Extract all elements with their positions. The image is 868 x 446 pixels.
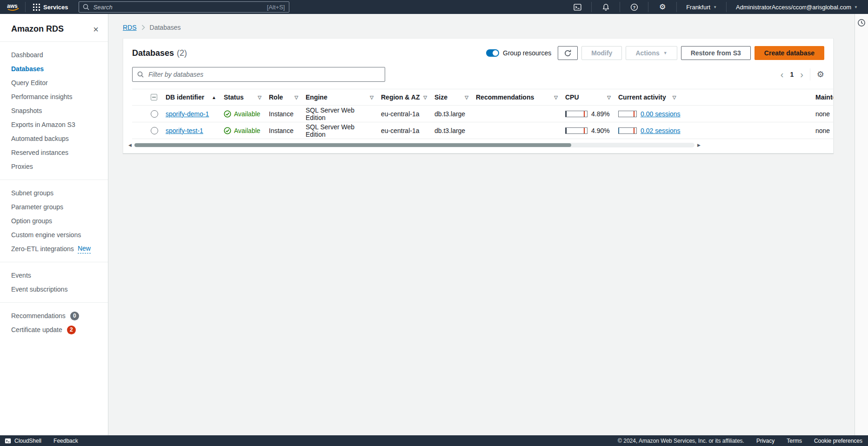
svg-text:aws: aws — [7, 3, 18, 9]
column-label: Size — [434, 93, 447, 101]
zero-etl-new-link[interactable]: New — [78, 244, 91, 253]
column-header-region-az[interactable]: Region & AZ ▽ — [381, 93, 434, 101]
scrollbar-thumb[interactable] — [134, 143, 571, 147]
db-identifier-link[interactable]: sporify-test-1 — [166, 127, 203, 134]
region-label: Frankfurt — [686, 4, 710, 11]
sidebar-section-recommendations: Recommendations 0 Certificate update 2 — [0, 303, 108, 343]
page-number[interactable]: 1 — [790, 71, 794, 78]
refresh-button[interactable] — [558, 46, 578, 60]
cookie-preferences-link[interactable]: Cookie preferences — [814, 438, 862, 444]
pagination: ‹ 1 › ⚙ — [781, 68, 824, 80]
chevron-down-icon: ▼ — [663, 51, 668, 55]
help-icon[interactable]: ? — [625, 0, 643, 14]
sessions-link[interactable]: 0.00 sessions — [641, 110, 681, 118]
column-header-db-identifier[interactable]: DB identifier ▲ — [166, 93, 224, 101]
cpu-cell: 4.90% — [565, 127, 618, 134]
sidebar-item-option-groups[interactable]: Option groups — [0, 214, 108, 228]
services-menu-button[interactable]: Services — [30, 4, 71, 11]
filter-icon[interactable]: ▽ — [465, 95, 468, 100]
current-activity-cell: 0.02 sessions — [618, 127, 815, 134]
column-header-size[interactable]: Size ▽ — [434, 93, 476, 101]
row-radio-button[interactable] — [151, 127, 158, 134]
column-header-maintenance[interactable]: Maintenance — [815, 93, 833, 101]
scroll-right-icon[interactable]: ▶ — [697, 143, 701, 147]
page-title: Databases — [132, 48, 174, 58]
filter-databases-input[interactable] — [147, 70, 380, 79]
settings-gear-icon[interactable]: ⚙ — [653, 0, 672, 14]
sidebar-item-custom-engine-versions[interactable]: Custom engine versions — [0, 228, 108, 242]
sidebar-item-reserved-instances[interactable]: Reserved instances — [0, 146, 108, 160]
sidebar-item-zero-etl[interactable]: Zero-ETL integrations New — [0, 242, 108, 256]
filter-icon[interactable]: ▽ — [607, 95, 611, 100]
terms-link[interactable]: Terms — [787, 438, 802, 444]
activity-meter — [618, 127, 637, 134]
sidebar-item-snapshots[interactable]: Snapshots — [0, 104, 108, 118]
role-cell: Instance — [269, 110, 306, 118]
column-header-cpu[interactable]: CPU ▽ — [565, 93, 618, 101]
sidebar-item-subnet-groups[interactable]: Subnet groups — [0, 186, 108, 200]
table-preferences-gear-icon[interactable]: ⚙ — [817, 70, 824, 79]
filter-icon[interactable]: ▽ — [554, 95, 558, 100]
filter-box[interactable] — [132, 67, 385, 82]
sidebar-item-event-subscriptions[interactable]: Event subscriptions — [0, 282, 108, 296]
global-search[interactable]: [Alt+S] — [79, 1, 289, 13]
search-input[interactable] — [93, 3, 264, 11]
filter-icon[interactable]: ▽ — [673, 95, 676, 100]
cloudshell-icon[interactable] — [568, 0, 587, 14]
cloudshell-footer-button[interactable]: CloudShell — [5, 438, 41, 444]
sidebar-item-performance-insights[interactable]: Performance insights — [0, 90, 108, 104]
select-all-checkbox[interactable] — [151, 94, 157, 100]
sidebar-item-query-editor[interactable]: Query Editor — [0, 76, 108, 90]
sidebar-item-events[interactable]: Events — [0, 268, 108, 282]
sort-ascending-icon[interactable]: ▲ — [212, 95, 216, 100]
sidebar-section-groups: Subnet groups Parameter groups Option gr… — [0, 180, 108, 262]
console-footer: CloudShell Feedback © 2024, Amazon Web S… — [0, 435, 868, 446]
toggle-switch-on[interactable] — [486, 49, 499, 57]
sidebar-item-automated-backups[interactable]: Automated backups — [0, 132, 108, 146]
previous-page-icon[interactable]: ‹ — [781, 70, 784, 79]
notifications-bell-icon[interactable] — [596, 0, 615, 14]
cpu-bar-fill-1 — [566, 128, 567, 133]
region-selector[interactable]: Frankfurt ▼ — [681, 4, 721, 11]
feedback-button[interactable]: Feedback — [53, 438, 78, 444]
column-header-status[interactable]: Status ▽ — [224, 93, 269, 101]
db-identifier-link[interactable]: sporify-demo-1 — [166, 110, 209, 118]
sessions-link[interactable]: 0.02 sessions — [641, 127, 681, 134]
column-header-current-activity[interactable]: Current activity ▽ — [618, 93, 815, 101]
restore-from-s3-button[interactable]: Restore from S3 — [681, 46, 751, 60]
sidebar-item-certificate-update[interactable]: Certificate update 2 — [0, 323, 108, 337]
close-icon[interactable]: × — [93, 25, 99, 34]
account-menu[interactable]: AdministratorAccess/ccorr@arisglobal.com… — [731, 4, 862, 11]
scroll-left-icon[interactable]: ◀ — [128, 143, 132, 147]
filter-icon[interactable]: ▽ — [294, 95, 298, 100]
filter-icon[interactable]: ▽ — [258, 95, 261, 100]
group-resources-toggle[interactable]: Group resources — [486, 49, 551, 57]
column-header-recommendations[interactable]: Recommendations ▽ — [476, 93, 565, 101]
filter-icon[interactable]: ▽ — [370, 95, 374, 100]
column-label: Recommendations — [476, 93, 534, 101]
sidebar-item-exports-s3[interactable]: Exports in Amazon S3 — [0, 118, 108, 132]
row-radio-button[interactable] — [151, 110, 158, 118]
filter-icon[interactable]: ▽ — [423, 95, 427, 100]
sidebar-item-parameter-groups[interactable]: Parameter groups — [0, 200, 108, 214]
column-header-role[interactable]: Role ▽ — [269, 93, 306, 101]
actions-dropdown-button[interactable]: Actions ▼ — [626, 46, 677, 60]
column-header-engine[interactable]: Engine ▽ — [306, 93, 381, 101]
create-database-button[interactable]: Create database — [754, 46, 824, 60]
side-panel-clock-icon[interactable] — [857, 19, 866, 27]
scrollbar-track[interactable] — [134, 143, 694, 147]
next-page-icon[interactable]: › — [800, 70, 803, 79]
sidebar-item-databases[interactable]: Databases — [0, 62, 108, 76]
engine-cell: SQL Server Web Edition — [306, 107, 381, 121]
privacy-link[interactable]: Privacy — [756, 438, 775, 444]
actions-label: Actions — [635, 49, 659, 57]
aws-logo[interactable]: aws — [7, 2, 20, 12]
nav-divider — [620, 2, 620, 12]
status-available: Available — [224, 127, 260, 134]
modify-button[interactable]: Modify — [581, 46, 622, 60]
sidebar-item-recommendations[interactable]: Recommendations 0 — [0, 309, 108, 323]
sidebar-item-dashboard[interactable]: Dashboard — [0, 48, 108, 62]
breadcrumb-chevron-icon — [141, 25, 145, 30]
sidebar-item-proxies[interactable]: Proxies — [0, 160, 108, 173]
breadcrumb-rds-link[interactable]: RDS — [123, 24, 137, 31]
